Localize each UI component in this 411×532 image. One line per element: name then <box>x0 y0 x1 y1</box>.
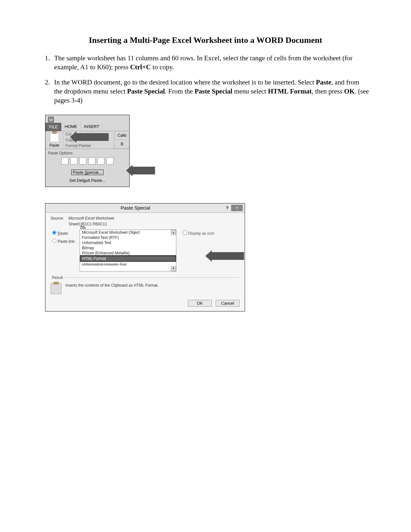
close-button[interactable]: × <box>231 205 243 211</box>
clipboard-icon <box>50 133 59 142</box>
word-app-icon: W <box>48 117 54 123</box>
instruction-1: The sample worksheet has 11 columns and … <box>52 54 369 72</box>
paste-option-icon[interactable] <box>70 157 77 164</box>
list-item[interactable]: Unformatted Unicode Text <box>80 261 176 267</box>
paste-mode-radios: Paste: Paste link: <box>51 230 80 246</box>
paste-special-menu-item[interactable]: Paste Special... <box>71 170 103 175</box>
tab-insert[interactable]: INSERT <box>81 123 103 131</box>
callout-arrow-icon <box>132 167 155 174</box>
list-item[interactable]: Picture (Enhanced Metafile) <box>80 251 176 256</box>
result-description: Inserts the contents of the Clipboard as… <box>65 283 159 288</box>
scroll-down-button[interactable]: ▼ <box>171 266 176 271</box>
paste-option-icon[interactable] <box>88 157 95 164</box>
font-name-fragment: Calib <box>115 131 129 140</box>
tab-file[interactable]: FILE <box>45 123 61 131</box>
clipboard-result-icon <box>51 283 62 294</box>
result-section: Result Inserts the contents of the Clipb… <box>51 277 240 294</box>
paste-option-icons <box>48 157 127 164</box>
source-value-2: Sheet1!R1C1:R60C11 <box>69 222 107 226</box>
dialog-title: Paste Special <box>47 205 223 211</box>
paste-option-icon[interactable] <box>97 157 104 164</box>
paste-button[interactable]: Paste <box>45 131 64 149</box>
paste-options-heading: Paste Options: <box>48 151 127 155</box>
as-label: As: <box>80 224 86 229</box>
list-item[interactable]: Formatted Text (RTF) <box>80 235 176 240</box>
ok-button[interactable]: OK <box>188 300 212 307</box>
source-line-2: Sheet1!R1C1:R60C11 <box>51 222 240 226</box>
paste-radio-input[interactable] <box>52 231 56 235</box>
display-as-icon-input[interactable] <box>183 231 187 235</box>
instruction-list: The sample worksheet has 11 columns and … <box>42 54 369 105</box>
dialog-titlebar: Paste Special ? × <box>45 203 245 213</box>
paste-option-icon[interactable] <box>106 157 113 164</box>
display-as-icon-checkbox[interactable]: Display as icon <box>181 231 214 236</box>
paste-option-icon[interactable] <box>79 157 86 164</box>
result-heading: Result <box>51 275 64 280</box>
source-label: Source: <box>51 216 67 221</box>
set-default-paste-menu-item[interactable]: Set Default Paste... <box>69 178 105 183</box>
paste-button-label: Paste <box>49 143 59 148</box>
cancel-button[interactable]: Cancel <box>216 300 240 307</box>
as-format-list[interactable]: Microsoft Excel Worksheet Object Formatt… <box>80 230 176 271</box>
source-value-1: Microsoft Excel Worksheet <box>68 216 114 221</box>
help-button[interactable]: ? <box>223 205 231 210</box>
font-group: Calib B <box>114 131 129 149</box>
paste-radio[interactable]: Paste: <box>51 230 80 236</box>
clipboard-group: Cut Copy Format Painter <box>64 131 114 149</box>
callout-arrow-icon <box>212 252 244 260</box>
callout-arrow-icon <box>76 133 109 141</box>
paste-special-dialog: Paste Special ? × Source: Microsoft Exce… <box>45 203 245 311</box>
scroll-up-button[interactable]: ▲ <box>171 230 176 235</box>
list-item[interactable]: Bitmap <box>80 245 176 251</box>
ribbon-tabs: FILE HOME INSERT <box>45 123 129 131</box>
list-item[interactable]: Unformatted Text <box>80 240 176 245</box>
page-title: Inserting a Multi-Page Excel Worksheet i… <box>42 35 369 45</box>
paste-options-dropdown: Paste Options: Paste Special... Set Defa… <box>45 149 129 187</box>
format-painter-item[interactable]: Format Painter <box>64 143 114 149</box>
word-ribbon-screenshot: W FILE HOME INSERT Paste Cut Copy Format… <box>45 115 130 187</box>
paste-link-radio[interactable]: Paste link: <box>51 238 80 244</box>
list-item-selected[interactable]: HTML Format <box>80 255 176 262</box>
paste-option-icon[interactable] <box>61 157 68 164</box>
source-line-1: Source: Microsoft Excel Worksheet <box>51 216 240 221</box>
list-item[interactable]: Microsoft Excel Worksheet Object <box>80 230 176 235</box>
display-as-icon-option: Display as icon <box>181 230 214 236</box>
instruction-2: In the WORD document, go to the desired … <box>52 78 369 105</box>
tab-home[interactable]: HOME <box>61 123 81 131</box>
dialog-buttons: OK Cancel <box>45 297 245 311</box>
bold-button[interactable]: B <box>115 140 129 149</box>
paste-link-radio-input[interactable] <box>52 239 56 243</box>
